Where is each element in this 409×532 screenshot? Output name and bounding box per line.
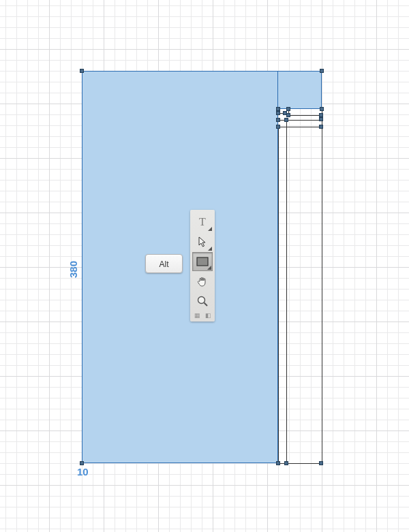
selection-tool[interactable] — [192, 232, 213, 251]
type-icon: T — [196, 216, 209, 228]
anchor-handle[interactable] — [276, 118, 280, 122]
footer-glyph: ▦ — [194, 312, 200, 319]
rectangle-tool[interactable] — [192, 252, 213, 271]
anchor-handle[interactable] — [320, 69, 324, 73]
cursor-icon — [197, 236, 208, 247]
dimension-corner: 10 — [77, 466, 89, 478]
svg-line-3 — [204, 303, 208, 307]
canvas-stage[interactable]: 380 10 Alt T ▦ ◧ — [0, 0, 409, 532]
anchor-handle[interactable] — [283, 111, 287, 115]
type-tool[interactable]: T — [192, 213, 213, 232]
anchor-handle[interactable] — [80, 69, 84, 73]
hand-tool[interactable] — [192, 272, 213, 291]
zoom-tool[interactable] — [192, 292, 213, 311]
toolbox-panel[interactable]: T ▦ ◧ — [190, 210, 215, 322]
svg-text:T: T — [199, 216, 206, 228]
anchor-handle[interactable] — [276, 111, 280, 115]
anchor-handle[interactable] — [319, 461, 323, 465]
footer-glyph: ◧ — [205, 312, 211, 319]
anchor-handle[interactable] — [276, 125, 280, 129]
alt-key-hint: Alt — [145, 254, 183, 273]
anchor-handle[interactable] — [319, 117, 323, 121]
anchor-handle[interactable] — [276, 461, 280, 465]
rectangle-icon — [196, 257, 209, 266]
magnifier-icon — [196, 295, 209, 307]
anchor-handle[interactable] — [319, 125, 323, 129]
svg-rect-1 — [197, 257, 208, 266]
anchor-handle[interactable] — [284, 118, 288, 122]
svg-point-2 — [198, 297, 205, 304]
dimension-height: 380 — [67, 261, 79, 278]
toolbox-footer: ▦ ◧ — [190, 311, 215, 319]
hand-icon — [196, 275, 209, 287]
anchor-handle[interactable] — [320, 107, 324, 111]
anchor-handle[interactable] — [284, 461, 288, 465]
anchor-handle[interactable] — [80, 461, 84, 465]
shape-top-extension[interactable] — [278, 71, 322, 109]
